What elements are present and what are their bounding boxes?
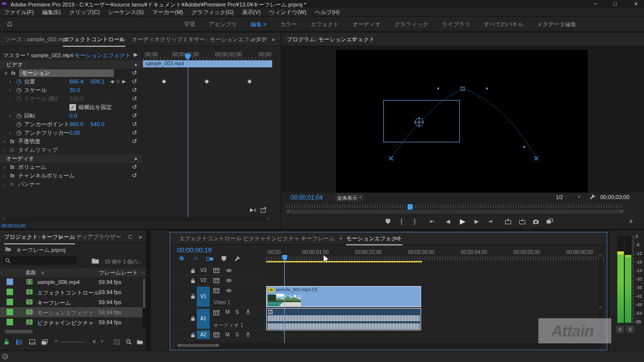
source-patch-icon[interactable] — [213, 278, 219, 283]
workspace-tab-assembly[interactable]: アセンブリ — [209, 21, 237, 28]
panel-menu-icon[interactable]: ≡ — [352, 33, 355, 46]
collapse-icon[interactable]: ▲ — [134, 154, 138, 163]
lock-icon[interactable] — [191, 332, 195, 338]
panel-menu-icon[interactable]: ≡ — [120, 33, 123, 46]
effect-row-opacity[interactable]: › fx 不透明度 ↺ — [0, 137, 142, 146]
project-row-effectcontrols[interactable]: エフェクトコントロール 59.94 fps — [0, 287, 146, 297]
extract-icon[interactable] — [519, 219, 525, 224]
step-forward-icon[interactable]: ▶ — [474, 218, 478, 225]
program-scrollbar[interactable]: ○ ○ — [286, 210, 625, 214]
automate-to-sequence-icon[interactable] — [114, 339, 120, 344]
stopwatch-icon[interactable]: ◷ — [16, 77, 21, 86]
program-timecode[interactable]: 00;00;01;04 — [291, 194, 323, 201]
more-panels-icon[interactable]: » — [272, 33, 275, 46]
track-visibility-eye-icon[interactable] — [225, 268, 232, 273]
minimize-button[interactable]: – — [594, 0, 597, 7]
path-handle-dot[interactable] — [437, 87, 439, 89]
menu-marker[interactable]: マーカー(M) — [152, 9, 183, 16]
expander-icon[interactable]: › — [9, 77, 11, 86]
timeline-view-toggle-icon[interactable]: ▶ — [134, 52, 138, 57]
menu-help[interactable]: ヘルプ(H) — [315, 9, 340, 16]
play-audio-icon[interactable] — [250, 208, 256, 213]
effect-row-antiflicker[interactable]: › ◷ アンチフリッカー 0.00 ↺ — [0, 129, 142, 137]
source-patch-icon[interactable] — [213, 332, 219, 337]
tab-metadata[interactable]: メタデ — [251, 33, 268, 46]
sort-chevron-icon[interactable]: ∨ — [101, 339, 104, 343]
comparison-view-icon[interactable] — [546, 219, 553, 224]
reset-icon[interactable]: ↺ — [132, 103, 137, 112]
item-name[interactable]: モーションエフェクト — [37, 309, 94, 317]
panel-menu-icon[interactable]: ≡ — [59, 230, 62, 243]
track-header-v3[interactable]: V3 — [170, 265, 266, 276]
scroll-handle-icon[interactable]: ○ — [599, 304, 602, 310]
project-vscroll-thumb[interactable] — [143, 278, 145, 308]
track-header-v1[interactable]: V1 Video 1 — [170, 286, 266, 308]
settings-wrench-icon[interactable] — [590, 194, 596, 200]
expander-icon[interactable]: › — [4, 137, 6, 146]
scroll-handle-icon[interactable]: ○ — [287, 208, 290, 214]
tab-source[interactable]: ソース : sample_002.mp4 — [5, 33, 69, 46]
timeline-hscro-thumb[interactable] — [177, 344, 219, 347]
scroll-handle-icon[interactable]: ○ — [267, 216, 270, 221]
tab-media-browser[interactable]: メディアブラウザー — [70, 230, 121, 243]
reset-icon[interactable]: ↺ — [132, 69, 137, 77]
track-target-a1[interactable]: A1 — [197, 309, 210, 329]
track-name-video1[interactable]: Video 1 — [213, 300, 230, 305]
motion-path-overlay[interactable] — [336, 50, 588, 193]
project-vscrollbar[interactable] — [142, 277, 146, 327]
video-section-header[interactable]: ビデオ ▲ — [0, 60, 142, 69]
effect-row-scale[interactable]: › ◷ スケール 30.0 ↺ — [0, 86, 142, 95]
new-bin-icon[interactable] — [137, 339, 143, 344]
workspace-tab-color[interactable]: カラー — [280, 21, 297, 28]
expander-icon[interactable]: ∨ — [4, 69, 8, 77]
goto-out-icon[interactable]: ⇥ — [488, 218, 493, 225]
menu-graphics[interactable]: グラフィック(G) — [192, 9, 233, 16]
source-patch-icon[interactable] — [213, 288, 219, 293]
timeline-hscrollbar[interactable]: ○ ○ — [174, 343, 602, 348]
add-marker-icon[interactable] — [385, 219, 390, 224]
menu-window[interactable]: ウィンドウ(W) — [269, 9, 306, 16]
solo-right-button[interactable]: S — [626, 326, 634, 333]
aspect-checkbox[interactable]: ✓ — [69, 104, 76, 111]
cc-sync-icon[interactable] — [2, 353, 8, 359]
effect-clip-bar[interactable]: sample_002.mp4 — [143, 60, 272, 67]
reset-icon[interactable]: ↺ — [132, 86, 137, 95]
menu-clip[interactable]: クリップ(C) — [69, 9, 100, 16]
project-row-motioneffect-selected[interactable]: モーションエフェクト 59.94 fps — [0, 307, 142, 317]
workspace-tab-all-panels[interactable]: すべてのパネル — [484, 21, 523, 28]
effect-row-rotation[interactable]: › ◷ 回転 0.0 ↺ — [0, 112, 142, 120]
column-name[interactable]: 名前 — [25, 269, 36, 276]
track-label-v2[interactable]: V2 — [200, 278, 206, 283]
step-back-icon[interactable]: ◀ — [446, 218, 450, 225]
expander-icon[interactable]: › — [9, 86, 11, 95]
timeline-timecode[interactable]: 00;00;00;19 — [177, 246, 212, 254]
icon-view-icon[interactable] — [29, 339, 35, 344]
sort-icon[interactable]: ≡ — [93, 338, 96, 344]
source-patch-icon[interactable] — [213, 268, 219, 273]
track-label-v3[interactable]: V3 — [200, 267, 206, 273]
label-color-swatch[interactable] — [7, 319, 13, 325]
more-panels-icon[interactable]: » — [139, 230, 142, 243]
play-button[interactable]: ▶ — [460, 217, 465, 225]
master-chevron-icon[interactable]: ∨ — [64, 52, 68, 58]
scroll-handle-icon[interactable]: ○ — [599, 252, 602, 258]
expander-icon[interactable]: › — [4, 163, 6, 171]
workspace-tab-edit[interactable]: 編集 ≡ — [251, 21, 266, 28]
freeform-view-icon[interactable] — [41, 339, 48, 345]
menu-file[interactable]: ファイル(F) — [4, 9, 34, 16]
tab-project[interactable]: プロジェクト: キーフレーム — [4, 230, 75, 244]
track-visibility-eye-icon[interactable] — [225, 279, 232, 283]
snap-magnet-icon[interactable]: ∩ — [193, 254, 198, 262]
menu-view[interactable]: 表示(V) — [242, 9, 261, 16]
search-input[interactable] — [3, 256, 76, 265]
path-start-keyframe-icon[interactable] — [389, 156, 393, 160]
label-color-swatch[interactable] — [7, 279, 13, 285]
timeline-settings-wrench-icon[interactable] — [234, 256, 240, 262]
timeline-clip-audio[interactable]: fx — [266, 308, 421, 330]
workspace-tab-metadata[interactable]: メタデータ編集 — [537, 21, 576, 28]
effect-row-position[interactable]: › ◷ 位置 666.4 509.1 ◀ ◇ ▶ ↺ — [0, 77, 142, 86]
project-breadcrumb[interactable]: キーフレーム.prproj — [16, 246, 65, 254]
restore-button[interactable]: □ — [613, 1, 617, 7]
prev-keyframe-icon[interactable]: ◀ — [110, 77, 114, 86]
zoom-level-select[interactable]: 全体表示 ∨ — [335, 194, 364, 202]
